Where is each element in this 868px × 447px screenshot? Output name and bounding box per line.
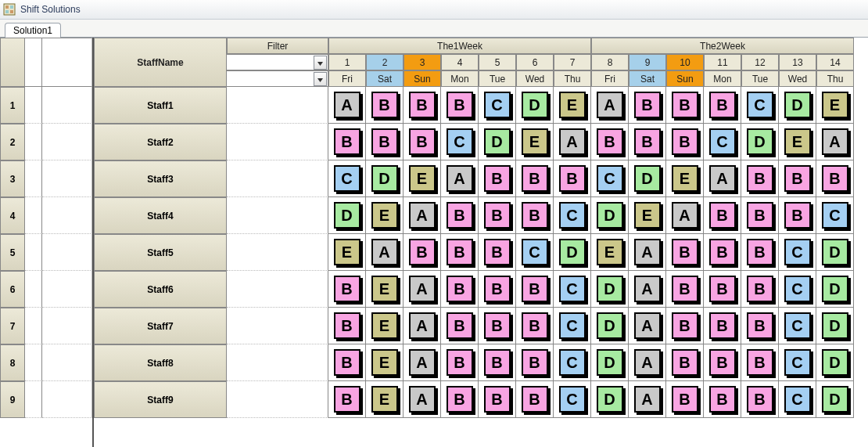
shift-cell[interactable]: A (629, 234, 666, 271)
row-number-7[interactable]: 7 (0, 308, 25, 344)
shift-cell[interactable]: A (629, 271, 666, 308)
shift-tile-D[interactable]: D (822, 349, 848, 376)
week2-header[interactable]: The2Week (591, 38, 854, 54)
shift-tile-B[interactable]: B (409, 128, 436, 155)
dow-header-13[interactable]: Wed (779, 70, 816, 87)
shift-cell[interactable]: B (741, 271, 779, 308)
shift-cell[interactable]: B (666, 87, 704, 124)
shift-cell[interactable]: B (328, 124, 366, 160)
shift-cell[interactable]: B (516, 197, 554, 234)
shift-cell[interactable]: D (479, 124, 516, 160)
shift-cell[interactable]: D (366, 160, 404, 197)
shift-cell[interactable]: D (629, 160, 666, 197)
shift-cell[interactable]: A (629, 308, 666, 344)
shift-tile-A[interactable]: A (409, 386, 436, 413)
shift-tile-E[interactable]: E (371, 276, 398, 302)
shift-cell[interactable]: C (779, 308, 816, 344)
shift-cell[interactable]: D (816, 271, 854, 308)
day-header-13[interactable]: 13 (779, 54, 816, 70)
shift-cell[interactable]: B (366, 124, 404, 160)
shift-cell[interactable]: E (366, 381, 404, 418)
shift-tile-B[interactable]: B (672, 349, 698, 376)
row-number-3[interactable]: 3 (0, 160, 25, 197)
shift-tile-E[interactable]: E (371, 386, 398, 413)
dow-header-7[interactable]: Thu (554, 70, 591, 87)
shift-cell[interactable]: A (404, 308, 441, 344)
shift-tile-C[interactable]: C (784, 349, 811, 376)
shift-cell[interactable]: B (441, 308, 479, 344)
shift-tile-E[interactable]: E (597, 239, 623, 265)
day-header-9[interactable]: 9 (629, 54, 666, 70)
shift-cell[interactable]: A (404, 381, 441, 418)
shift-cell[interactable]: C (591, 160, 629, 197)
shift-cell[interactable]: B (479, 234, 516, 271)
shift-tile-A[interactable]: A (371, 239, 398, 265)
shift-cell[interactable]: B (328, 344, 366, 381)
shift-tile-D[interactable]: D (559, 239, 586, 265)
shift-tile-B[interactable]: B (334, 128, 360, 155)
shift-cell[interactable]: A (629, 381, 666, 418)
shift-tile-B[interactable]: B (709, 92, 736, 118)
shift-tile-A[interactable]: A (409, 349, 436, 376)
day-header-12[interactable]: 12 (741, 54, 779, 70)
shift-tile-E[interactable]: E (822, 92, 848, 118)
filter-header[interactable]: Filter (227, 38, 328, 54)
shift-tile-A[interactable]: A (409, 276, 436, 302)
shift-tile-B[interactable]: B (784, 165, 811, 192)
row-number-6[interactable]: 6 (0, 271, 25, 308)
shift-tile-B[interactable]: B (634, 128, 661, 155)
shift-tile-B[interactable]: B (447, 386, 473, 413)
shift-tile-C[interactable]: C (559, 276, 586, 302)
shift-cell[interactable]: B (516, 381, 554, 418)
dow-header-8[interactable]: Fri (591, 70, 629, 87)
day-header-14[interactable]: 14 (816, 54, 854, 70)
shift-tile-E[interactable]: E (672, 165, 698, 192)
shift-cell[interactable]: B (404, 124, 441, 160)
shift-cell[interactable]: B (591, 124, 629, 160)
shift-tile-E[interactable]: E (784, 128, 811, 155)
shift-tile-C[interactable]: C (747, 92, 773, 118)
shift-tile-C[interactable]: C (784, 276, 811, 302)
row-number-1[interactable]: 1 (0, 87, 25, 124)
shift-tile-E[interactable]: E (371, 202, 398, 229)
shift-tile-D[interactable]: D (484, 128, 511, 155)
shift-cell[interactable]: E (328, 234, 366, 271)
filter-dropdown-1[interactable] (227, 54, 328, 70)
dow-header-11[interactable]: Mon (704, 70, 741, 87)
shift-tile-A[interactable]: A (634, 276, 661, 302)
shift-tile-B[interactable]: B (709, 239, 736, 265)
shift-tile-B[interactable]: B (747, 276, 773, 302)
shift-cell[interactable]: B (441, 197, 479, 234)
shift-cell[interactable]: C (779, 271, 816, 308)
shift-tile-B[interactable]: B (747, 312, 773, 339)
shift-tile-B[interactable]: B (822, 165, 848, 192)
shift-cell[interactable]: B (666, 381, 704, 418)
shift-tile-B[interactable]: B (747, 349, 773, 376)
shift-tile-A[interactable]: A (559, 128, 586, 155)
shift-cell[interactable]: B (441, 271, 479, 308)
shift-cell[interactable]: B (741, 381, 779, 418)
shift-tile-B[interactable]: B (709, 276, 736, 302)
dow-header-3[interactable]: Sun (404, 70, 441, 87)
tab-solution1[interactable]: Solution1 (5, 23, 61, 38)
shift-tile-C[interactable]: C (334, 165, 360, 192)
shift-cell[interactable]: A (404, 344, 441, 381)
shift-tile-D[interactable]: D (822, 239, 848, 265)
shift-cell[interactable]: E (516, 124, 554, 160)
shift-tile-C[interactable]: C (597, 165, 623, 192)
shift-cell[interactable]: E (666, 160, 704, 197)
shift-cell[interactable]: B (441, 381, 479, 418)
shift-cell[interactable]: B (704, 308, 741, 344)
shift-tile-D[interactable]: D (822, 312, 848, 339)
shift-cell[interactable]: B (741, 234, 779, 271)
shift-cell[interactable]: A (704, 160, 741, 197)
shift-tile-C[interactable]: C (522, 239, 548, 265)
shift-cell[interactable]: B (479, 271, 516, 308)
dow-header-1[interactable]: Fri (328, 70, 366, 87)
shift-cell[interactable]: B (404, 87, 441, 124)
shift-tile-B[interactable]: B (484, 276, 511, 302)
row-number-2[interactable]: 2 (0, 124, 25, 160)
shift-tile-E[interactable]: E (634, 202, 661, 229)
shift-tile-B[interactable]: B (447, 239, 473, 265)
shift-cell[interactable]: B (666, 124, 704, 160)
